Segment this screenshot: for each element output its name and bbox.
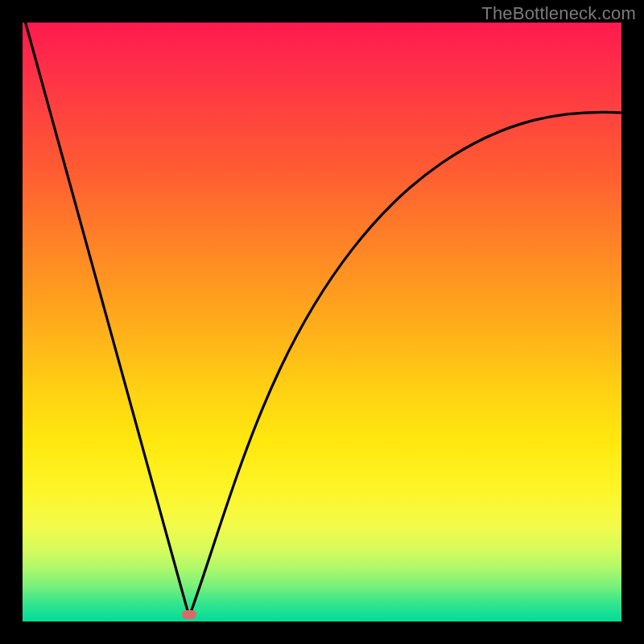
curve-right-branch (189, 112, 621, 617)
chart-frame: TheBottleneck.com (0, 0, 644, 644)
watermark-text: TheBottleneck.com (481, 3, 636, 24)
notch-marker (182, 610, 196, 619)
plot-area (23, 23, 621, 621)
bottleneck-curve (23, 23, 621, 621)
curve-left-branch (24, 18, 189, 617)
